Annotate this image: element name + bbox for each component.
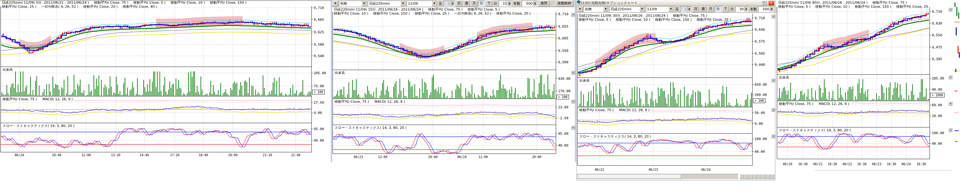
x-axis-label: 10:40 [47, 154, 66, 157]
stochastics-section-label: スロー・ストキャスティクス( 14, 3, 80, 20 ) [778, 128, 851, 132]
chart-mini-button[interactable] [761, 174, 766, 179]
chart-fragment [955, 113, 959, 113]
macd-section-label: 移動平均( Close, 75 )MACD( 12, 26, 9 ) [778, 102, 850, 106]
price-scale-label: 95.00 [314, 127, 324, 131]
chart-fragment [959, 52, 960, 58]
price-scale-label: 95.00 [558, 132, 568, 136]
stochastics-section [777, 133, 930, 149]
chart-panel-1: 日経225mini 11/09( 5分, 2011/06/21 - 2011/0… [0, 0, 331, 161]
x-axis-label: 21:20 [258, 154, 277, 157]
chart-mini-button[interactable] [740, 174, 744, 179]
chart-canvas [577, 0, 775, 180]
scale-adjust-button[interactable]: ◂ [571, 99, 575, 103]
scale-multiplier-badge: × 100 [312, 90, 325, 94]
stochastics-section [578, 139, 752, 155]
scale-multiplier-badge: × 100 [557, 95, 569, 99]
scale-adjust-button[interactable]: ◂ [571, 125, 575, 130]
ma-green-line [778, 20, 929, 69]
price-scale-label: 9,625 [314, 30, 324, 34]
price-scale-label: 9,550 [932, 33, 942, 37]
price-scale-label: 4.00 [314, 111, 322, 115]
price-scale-label: 430.00 [558, 77, 571, 81]
volume-section-label: 出来高 [334, 71, 345, 75]
scale-multiplier-badge: × 1000 [930, 93, 945, 97]
price-scale-label: 9,575 [754, 40, 765, 43]
macd-indicator-label: MACD( 12, 26, 9 ) [819, 102, 850, 106]
price-scale-label: 205.00 [314, 71, 326, 75]
chart-fragment [955, 69, 956, 72]
x-axis-label: 06/24 [453, 155, 471, 159]
chart-mini-button[interactable] [753, 174, 757, 179]
x-axis-label: 06/23 [644, 168, 663, 171]
x-axis-label: 20:00 [423, 155, 442, 159]
price-scale-label: 9,655 [558, 25, 568, 29]
price-scale-label: 650.00 [754, 82, 767, 87]
chart-panel-3: [5130] 指数先物/オプションチャート?✕▼先物▼日経225mini▼11/… [577, 0, 775, 180]
price-scale-label: 9,710 [558, 12, 568, 16]
price-scale-label: 9,500 [558, 60, 568, 64]
price-scale-label: 9,710 [314, 6, 324, 10]
x-axis-label: 06/22 [590, 168, 609, 171]
macd-section [1, 100, 312, 116]
x-axis-label: 12:00 [77, 154, 95, 157]
chart-panel-4: 日経225mini 11/09( 60分, 2011/06/16 - 2011/… [776, 0, 952, 169]
x-axis-label: 13:20 [107, 154, 125, 157]
price-scale-label: 9,710 [932, 10, 942, 14]
macd-indicator-label: 移動平均( Close, 75 ) [579, 108, 614, 112]
price-scale-label: 9,475 [932, 45, 942, 49]
ma-red-line [578, 21, 752, 74]
scale-adjust-button[interactable]: ◂ [948, 8, 952, 11]
chart-mini-button[interactable] [757, 174, 761, 179]
window-frame-edge [575, 0, 576, 162]
chart-fragment [955, 141, 958, 142]
price-scale-label: 200.00 [754, 93, 767, 97]
x-axis-label: 06/24 [697, 168, 715, 171]
chart-fragment [956, 7, 957, 16]
price-scale-label: -2.50 [558, 116, 568, 120]
price-scale-label: 9,540 [314, 54, 324, 58]
price-scale-label: 9,605 [558, 36, 568, 40]
price-scale-label: 40.00 [932, 141, 942, 146]
macd-indicator-label: MACD( 12, 26, 9 ) [375, 100, 405, 104]
price-scale-label: 9,665 [314, 18, 324, 22]
chart-canvas [0, 0, 331, 161]
chart-fragment [955, 3, 955, 7]
price-scale-label: 9,710 [754, 16, 765, 20]
scale-adjust-button[interactable]: ◂ [771, 108, 775, 112]
chart-fragment [958, 46, 959, 54]
volume-bars [2, 71, 310, 96]
ma-blue-step-line [578, 21, 750, 73]
scale-multiplier-badge: × 100 [753, 98, 765, 103]
scrollbar-thumb[interactable] [578, 174, 681, 179]
volume-section-label: 出来高 [778, 76, 790, 79]
scale-adjust-button[interactable]: ◂ [948, 75, 952, 79]
price-scale-label: 23.00 [558, 105, 568, 109]
macd-indicator-label: MACD( 12, 26, 9 ) [619, 108, 650, 112]
x-axis-label: 06/24 [10, 154, 29, 157]
scale-adjust-button[interactable]: ◂ [948, 128, 952, 132]
price-scale-label: 75.00 [314, 84, 324, 88]
ma-yellow-line [578, 33, 752, 75]
stochastics-section-label: スロー・ストキャスティクス( 14, 3, 80, 20 ) [579, 135, 652, 138]
scale-adjust-button[interactable]: ◂ [571, 70, 575, 75]
scale-adjust-button[interactable]: ◂ [771, 14, 775, 18]
scale-adjust-button[interactable]: ◂ [771, 134, 775, 138]
macd-section-label: 移動平均( Close, 75 )MACD( 12, 26, 9 ) [579, 108, 650, 112]
macd-indicator-label: 移動平均( Close, 75 ) [334, 100, 369, 104]
price-scale-label: 40.00 [932, 87, 942, 92]
scale-adjust-button[interactable]: ◂ [571, 13, 575, 16]
volume-bars [334, 75, 554, 98]
chart-mini-button[interactable] [744, 174, 748, 179]
chart-mini-button[interactable] [766, 174, 770, 179]
chart-mini-button[interactable] [770, 174, 775, 179]
scale-adjust-button[interactable]: ◂ [948, 101, 952, 106]
price-scale-label: 170.00 [558, 89, 571, 93]
chart-canvas [332, 0, 575, 162]
price-scale-label: 40.00 [314, 138, 324, 143]
stochastics-section [332, 133, 556, 154]
scale-adjust-button[interactable]: ◂ [771, 78, 775, 82]
price-scale-label: 27.50 [314, 101, 324, 105]
chart-mini-button[interactable] [748, 174, 753, 179]
x-axis-label: 20:00 [224, 154, 242, 157]
stochastics-section [1, 128, 312, 148]
